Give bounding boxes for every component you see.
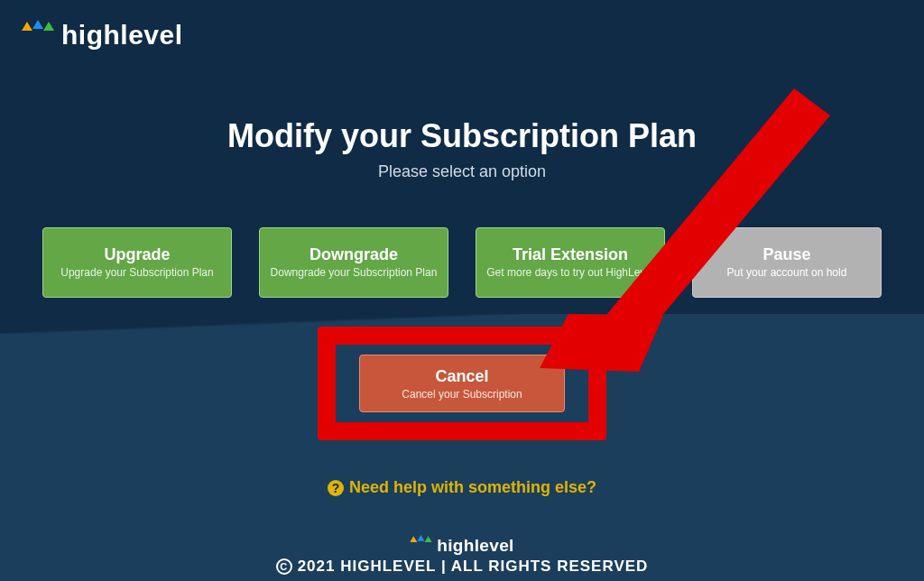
brand-logo: highlevel: [22, 20, 183, 51]
page-subtitle: Please select an option: [0, 162, 924, 181]
downgrade-title: Downgrade: [310, 245, 398, 264]
downgrade-button[interactable]: Downgrade Downgrade your Subscription Pl…: [259, 227, 448, 298]
options-row: Upgrade Upgrade your Subscription Plan D…: [0, 227, 924, 298]
question-circle-icon: ?: [328, 480, 344, 496]
upgrade-button[interactable]: Upgrade Upgrade your Subscription Plan: [42, 227, 232, 298]
cancel-highlight-annotation: Cancel Cancel your Subscription: [318, 327, 606, 440]
page-header: Modify your Subscription Plan Please sel…: [0, 117, 924, 181]
help-text: Need help with something else?: [349, 478, 596, 497]
trial-extension-button[interactable]: Trial Extension Get more days to try out…: [476, 227, 665, 298]
footer-brand-arrows-icon: [410, 535, 431, 556]
copyright-icon: C: [276, 558, 292, 575]
footer-brand-logo: highlevel: [148, 535, 776, 556]
trial-title: Trial Extension: [513, 245, 628, 264]
help-link[interactable]: ? Need help with something else?: [0, 478, 924, 497]
footer-copyright: C 2021 HIGHLEVEL | ALL RIGHTS RESERVED: [0, 558, 924, 576]
pause-subtitle: Put your account on hold: [727, 266, 847, 281]
footer-brand-name: highlevel: [437, 536, 514, 556]
cancel-button[interactable]: Cancel Cancel your Subscription: [359, 355, 565, 412]
footer-copyright-text: 2021 HIGHLEVEL | ALL RIGHTS RESERVED: [298, 558, 649, 576]
trial-subtitle: Get more days to try out HighLevel: [486, 266, 653, 281]
pause-button[interactable]: Pause Put your account on hold: [692, 227, 882, 298]
page-title: Modify your Subscription Plan: [0, 117, 924, 155]
upgrade-subtitle: Upgrade your Subscription Plan: [60, 266, 213, 281]
cancel-subtitle: Cancel your Subscription: [402, 388, 522, 401]
brand-arrows-icon: [22, 20, 54, 51]
cancel-title: Cancel: [435, 367, 488, 386]
brand-name: highlevel: [61, 20, 183, 51]
pause-title: Pause: [762, 245, 810, 264]
downgrade-subtitle: Downgrade your Subscription Plan: [271, 266, 438, 281]
page-footer: highlevel C 2021 HIGHLEVEL | ALL RIGHTS …: [0, 525, 924, 576]
upgrade-title: Upgrade: [104, 245, 170, 264]
